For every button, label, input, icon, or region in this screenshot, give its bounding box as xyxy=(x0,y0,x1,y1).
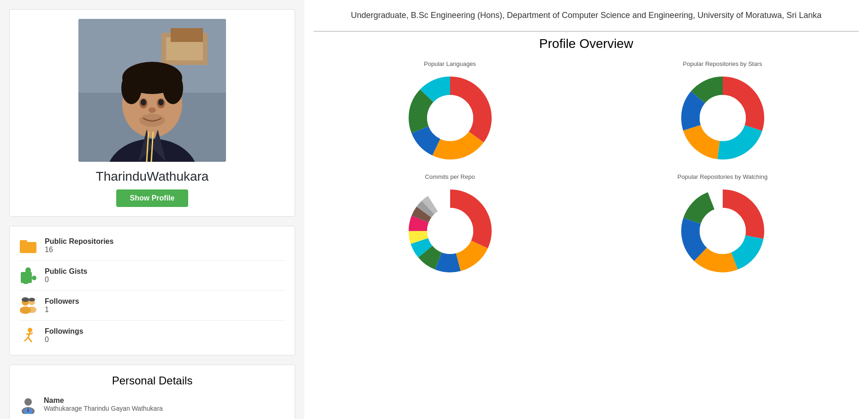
chart-repos-watching: Popular Repositories by Watching xyxy=(595,173,850,277)
svg-rect-4 xyxy=(171,28,203,42)
stats-card: Public Repositories 16 Public Gists 0 xyxy=(9,226,295,355)
bio-text: Undergraduate, B.Sc Engineering (Hons), … xyxy=(351,11,822,20)
svg-point-13 xyxy=(141,99,146,106)
profile-card: TharinduWathukara Show Profile xyxy=(9,9,295,217)
stat-followers: Followers 1 xyxy=(19,291,285,321)
svg-point-30 xyxy=(27,307,36,313)
svg-point-9 xyxy=(121,72,142,104)
svg-point-61 xyxy=(427,95,473,141)
donut-commits xyxy=(404,185,496,277)
bio-section: Undergraduate, B.Sc Engineering (Hons), … xyxy=(314,5,859,32)
svg-line-38 xyxy=(26,334,29,335)
personal-card: Personal Details Name Wathukarage Tharin… xyxy=(9,365,295,419)
svg-line-36 xyxy=(28,337,32,342)
chart-commits: Commits per Repo xyxy=(323,173,577,277)
svg-point-33 xyxy=(28,328,32,332)
person-icon xyxy=(19,396,37,415)
svg-point-78 xyxy=(427,208,473,254)
profile-overview: Profile Overview Popular Languages xyxy=(314,32,859,282)
svg-point-14 xyxy=(158,99,164,106)
followers-value: 1 xyxy=(45,306,79,314)
charts-grid: Popular Languages Popular xyxy=(323,60,850,277)
personal-title: Personal Details xyxy=(19,374,285,387)
svg-rect-22 xyxy=(20,240,27,244)
folder-icon xyxy=(19,236,37,255)
chart-popular-languages: Popular Languages xyxy=(323,60,577,164)
svg-line-35 xyxy=(24,337,28,341)
followings-value: 0 xyxy=(45,336,83,344)
donut-languages xyxy=(404,72,496,164)
svg-point-32 xyxy=(29,298,35,301)
show-profile-button[interactable]: Show Profile xyxy=(116,189,189,207)
stat-repos: Public Repositories 16 xyxy=(19,231,285,261)
svg-point-31 xyxy=(22,297,29,302)
followings-label: Followings xyxy=(45,327,83,336)
svg-rect-26 xyxy=(24,281,28,284)
overview-title: Profile Overview xyxy=(323,36,850,51)
chart4-label: Popular Repositories by Watching xyxy=(678,173,767,180)
svg-point-10 xyxy=(163,72,183,104)
donut-watching xyxy=(677,185,769,277)
followers-icon xyxy=(19,296,37,315)
repos-label: Public Repositories xyxy=(45,237,113,246)
svg-point-39 xyxy=(24,398,32,406)
svg-point-84 xyxy=(700,208,746,254)
gists-label: Public Gists xyxy=(45,267,87,276)
chart1-label: Popular Languages xyxy=(424,60,476,67)
stat-gists: Public Gists 0 xyxy=(19,261,285,291)
left-panel: TharinduWathukara Show Profile Public Re… xyxy=(0,0,304,419)
svg-point-15 xyxy=(149,107,156,113)
puzzle-icon xyxy=(19,266,37,285)
username: TharinduWathukara xyxy=(96,169,209,184)
running-icon xyxy=(19,326,37,345)
right-panel: Undergraduate, B.Sc Engineering (Hons), … xyxy=(304,0,868,419)
stat-followings: Followings 0 xyxy=(19,321,285,350)
svg-rect-24 xyxy=(25,267,31,274)
name-value: Wathukarage Tharindu Gayan Wathukara xyxy=(44,405,163,412)
svg-point-67 xyxy=(700,95,746,141)
chart2-label: Popular Repositories by Stars xyxy=(683,60,762,67)
svg-point-16 xyxy=(139,114,165,127)
followers-label: Followers xyxy=(45,297,79,306)
avatar xyxy=(78,19,226,162)
detail-name: Name Wathukarage Tharindu Gayan Wathukar… xyxy=(19,396,285,415)
name-label: Name xyxy=(44,396,163,405)
svg-rect-25 xyxy=(32,276,36,280)
gists-value: 0 xyxy=(45,276,87,284)
chart3-label: Commits per Repo xyxy=(425,173,475,180)
repos-value: 16 xyxy=(45,246,113,254)
chart-repos-stars: Popular Repositories by Stars xyxy=(595,60,850,164)
donut-stars xyxy=(677,72,769,164)
